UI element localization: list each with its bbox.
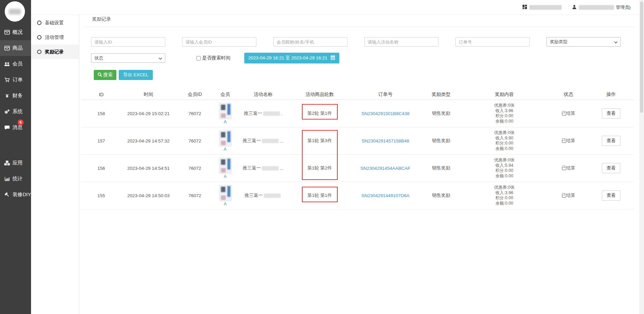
cell-time: 2023-04-29 14:57:32: [121, 127, 175, 155]
cell-reward-type: 销售奖励: [422, 100, 460, 127]
redacted-activity-part: [263, 111, 280, 116]
members-icon: [4, 61, 10, 67]
col-activity-rounds: 活动商品轮数: [290, 89, 349, 100]
redacted-activity-part: [262, 139, 279, 143]
id-input[interactable]: [91, 37, 165, 47]
member-letter: A: [224, 174, 226, 179]
sidebar-item-system[interactable]: 系统: [0, 104, 31, 120]
submenu-item-activity-management[interactable]: 活动管理: [31, 30, 79, 45]
cell-activity-name: 推三返一.: [244, 110, 282, 116]
cell-status: 已结算: [548, 155, 589, 182]
sidebar-item-finance[interactable]: ¥ 财务: [0, 88, 31, 104]
member-letter: A: [224, 147, 226, 152]
view-button[interactable]: 查看: [602, 136, 620, 146]
cell-activity-name: 推三返一: [245, 192, 282, 199]
sidebar-item-goods[interactable]: 商品: [0, 40, 31, 56]
nickname-input[interactable]: [273, 37, 347, 47]
activity-name-input[interactable]: [364, 37, 439, 47]
sidebar-item-label: 订单: [12, 77, 23, 83]
col-reward-content: 奖励内容: [460, 89, 548, 100]
member-id-input[interactable]: [182, 37, 256, 47]
submenu-item-label: 基础设置: [45, 20, 64, 26]
member-letter: A: [224, 202, 226, 206]
cell-id: 155: [81, 182, 121, 209]
search-button[interactable]: 搜索: [94, 70, 116, 80]
cell-member-id: 76072: [175, 182, 214, 209]
search-time-checkbox[interactable]: [196, 56, 201, 60]
status-select[interactable]: 状态: [91, 53, 165, 63]
cell-member-id: 76072: [175, 155, 214, 182]
submenu-item-label: 奖励记录: [45, 49, 64, 55]
scrollbar[interactable]: [639, 0, 644, 314]
redacted-member-photo: [219, 185, 232, 201]
view-button[interactable]: 查看: [602, 163, 620, 173]
cell-time: 2023-04-29 14:54:51: [121, 155, 175, 182]
chevron-down-icon: [159, 56, 162, 61]
shop-switcher[interactable]: [522, 4, 562, 10]
view-button[interactable]: 查看: [602, 108, 620, 119]
reward-type-select[interactable]: 奖励类型: [547, 37, 621, 47]
topbar: 管理员): [31, 0, 639, 15]
table-row: 155 2023-04-29 14:50:03 76072 A 推三返一 第1轮…: [81, 182, 634, 209]
search-icon: [97, 72, 102, 78]
cart-icon: [4, 77, 10, 83]
cell-time: 2023-04-29 15:02:21: [121, 100, 175, 127]
cubes-icon: [4, 160, 10, 166]
sidebar-item-decorate-diy[interactable]: 装修DIY: [0, 187, 31, 203]
search-time-option: 是否搜索时间: [196, 53, 230, 63]
table-row: 158 2023-04-29 15:02:21 76072 A 推三返一. 第2…: [81, 100, 634, 127]
date-range-text: 2023-04-29 16:21 至 2023-04-29 16:21: [248, 55, 327, 61]
export-excel-button[interactable]: 导出 EXCEL: [119, 70, 153, 80]
sidebar-item-members[interactable]: 会员: [0, 56, 31, 72]
member-avatar: A: [214, 158, 236, 179]
cell-rounds: 第1轮 第3件: [307, 138, 332, 143]
submenu-panel: 基础设置 活动管理 奖励记录: [31, 15, 79, 314]
user-icon: [572, 4, 577, 10]
col-order-no: 订单号: [349, 89, 422, 100]
redacted-member-photo: [219, 103, 232, 119]
cell-reward-content: 优惠券:0张收入:9.90积分:0.00余额:0.00: [460, 130, 548, 151]
order-link[interactable]: SN2304291457158B48: [362, 138, 409, 143]
chat-icon: [4, 125, 10, 130]
order-link[interactable]: SN2304291501B8C438: [361, 111, 410, 116]
shop-avatar[interactable]: [5, 1, 25, 22]
admin-role-label: 管理员): [616, 4, 631, 10]
submenu-item-reward-records[interactable]: 奖励记录: [31, 45, 79, 59]
order-link[interactable]: SN2304291454AABCAF: [361, 166, 411, 171]
col-id: ID: [81, 89, 121, 100]
sidebar-item-stats[interactable]: 统计: [0, 171, 31, 187]
order-no-input[interactable]: [455, 37, 530, 47]
col-actions: 操作: [589, 89, 634, 100]
cell-activity-name: 推三返一...: [243, 165, 283, 171]
cell-id: 156: [81, 155, 121, 182]
search-time-label: 是否搜索时间: [202, 55, 230, 61]
sidebar-item-orders[interactable]: 订单: [0, 72, 31, 88]
sidebar-item-overview[interactable]: 概况: [0, 24, 31, 40]
cell-status: 已结算: [548, 100, 589, 127]
col-time: 时间: [121, 89, 175, 100]
member-avatar: A: [214, 185, 236, 206]
yen-icon: ¥: [4, 93, 10, 99]
scrollbar-thumb[interactable]: [640, 1, 643, 113]
sidebar-item-label: 会员: [12, 61, 23, 67]
circle-icon: [37, 50, 41, 54]
sidebar-item-apps[interactable]: 应用: [0, 155, 31, 171]
gears-icon: [4, 109, 10, 114]
sidebar-item-label: 应用: [12, 160, 23, 166]
main-sidebar: 概况 商品 会员 订单 ¥ 财务: [0, 0, 31, 314]
sidebar-item-label: 装修DIY: [12, 191, 31, 198]
cell-status: 已结算: [548, 182, 589, 209]
submenu-item-basic-settings[interactable]: 基础设置: [31, 16, 79, 30]
cell-member-id: 76072: [175, 100, 214, 127]
view-button[interactable]: 查看: [602, 190, 620, 201]
table-row: 156 2023-04-29 14:54:51 76072 A 推三返一... …: [81, 155, 634, 182]
cell-reward-type: 销售奖励: [422, 127, 460, 155]
submenu-item-label: 活动管理: [45, 34, 64, 41]
cell-id: 157: [81, 127, 121, 155]
cell-reward-type: 销售奖励: [422, 182, 460, 209]
date-range-button[interactable]: 2023-04-29 16:21 至 2023-04-29 16:21: [244, 53, 339, 63]
order-link[interactable]: SN2304291449107D6A: [361, 193, 410, 198]
sidebar-item-label: 统计: [12, 176, 23, 182]
user-menu[interactable]: 管理员): [572, 4, 631, 10]
sidebar-item-messages[interactable]: 消息 6: [0, 120, 31, 135]
